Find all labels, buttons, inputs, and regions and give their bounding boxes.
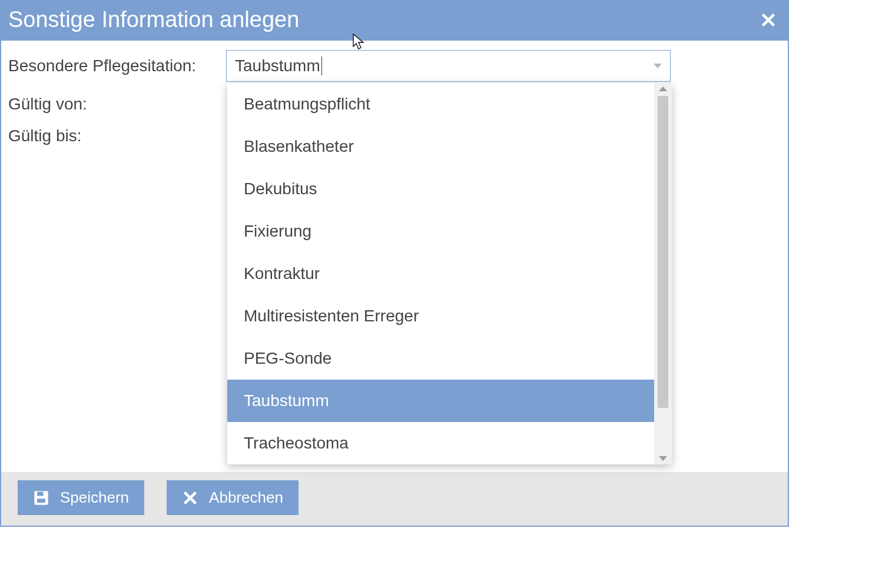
dropdown-option[interactable]: Taubstumm — [227, 380, 654, 422]
scroll-down-icon[interactable] — [659, 456, 667, 461]
cancel-icon — [182, 490, 198, 506]
row-pflegesituation: Besondere Pflegesitation: Taubstumm — [8, 50, 781, 82]
titlebar: Sonstige Information anlegen — [1, 1, 788, 41]
close-icon[interactable] — [760, 11, 777, 29]
dialog-footer: Speichern Abbrechen — [1, 472, 788, 526]
dialog-title: Sonstige Information anlegen — [8, 7, 299, 32]
combo-dropdown: BeatmungspflichtBlasenkatheterDekubitusF… — [227, 83, 672, 464]
save-button[interactable]: Speichern — [18, 480, 144, 515]
label-pflegesituation: Besondere Pflegesitation: — [8, 57, 226, 75]
chevron-down-icon[interactable] — [654, 64, 662, 68]
label-gueltig-von: Gültig von: — [8, 95, 226, 114]
cancel-button[interactable]: Abbrechen — [167, 480, 299, 515]
combo-value: Taubstumm — [235, 57, 654, 75]
dropdown-option[interactable]: Beatmungspflicht — [227, 83, 654, 125]
save-button-label: Speichern — [60, 489, 129, 507]
dropdown-option[interactable]: Blasenkatheter — [227, 125, 654, 168]
dialog-sonstige-information: Sonstige Information anlegen Besondere P… — [0, 0, 789, 527]
dropdown-option[interactable]: Fixierung — [227, 210, 654, 253]
scroll-thumb[interactable] — [658, 96, 668, 408]
dropdown-list: BeatmungspflichtBlasenkatheterDekubitusF… — [227, 83, 654, 464]
dropdown-option[interactable]: Kontraktur — [227, 253, 654, 295]
dropdown-option[interactable]: PEG-Sonde — [227, 337, 654, 380]
scroll-up-icon[interactable] — [659, 87, 667, 91]
combo-value-text: Taubstumm — [235, 57, 320, 75]
dropdown-option[interactable]: Dekubitus — [227, 168, 654, 210]
dropdown-option[interactable]: Tracheostoma — [227, 422, 654, 464]
svg-rect-2 — [37, 499, 45, 503]
combo-pflegesituation-wrap: Taubstumm — [226, 50, 671, 82]
label-gueltig-bis: Gültig bis: — [8, 127, 226, 145]
dropdown-scrollbar[interactable] — [654, 83, 672, 464]
dialog-body: Besondere Pflegesitation: Taubstumm Gült… — [1, 41, 788, 472]
text-caret-icon — [321, 57, 322, 75]
save-icon — [33, 490, 49, 506]
cancel-button-label: Abbrechen — [209, 489, 283, 507]
combo-pflegesituation[interactable]: Taubstumm — [226, 50, 671, 82]
dropdown-option[interactable]: Multiresistenten Erreger — [227, 295, 654, 337]
svg-rect-1 — [37, 491, 44, 496]
